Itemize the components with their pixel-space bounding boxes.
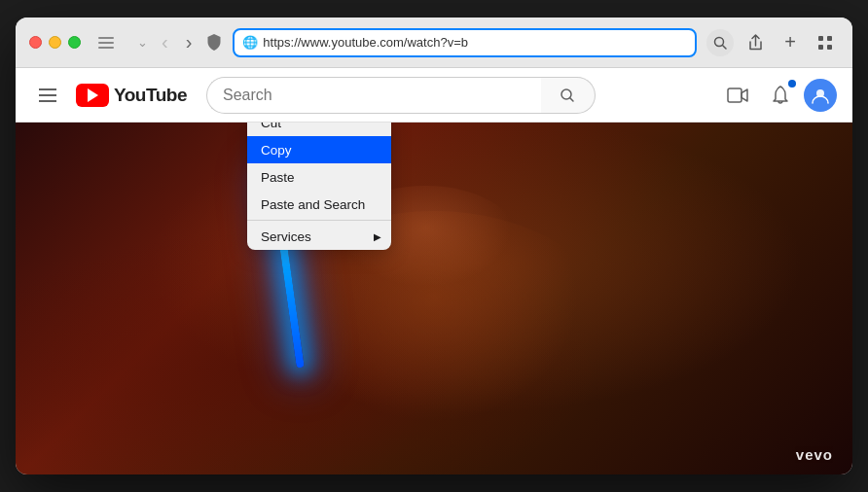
yt-toolbar: YouTube [16,68,852,123]
svg-rect-2 [818,36,823,41]
address-bar-wrapper: 🌐 https://www.youtube.com/watch?v=b [233,28,697,57]
close-button[interactable] [29,36,42,49]
globe-icon: 🌐 [242,35,258,50]
vevo-badge: vevo [796,446,833,463]
context-menu-services[interactable]: Services ▶ [247,223,391,250]
notifications-button[interactable] [761,76,800,115]
svg-rect-4 [818,45,823,50]
youtube-logo-icon [76,84,109,107]
svg-line-7 [570,97,574,101]
search-container [206,77,596,114]
svg-rect-3 [827,36,832,41]
yt-toolbar-right [718,76,837,115]
new-tab-button[interactable]: + [777,29,804,56]
context-menu-cut[interactable]: Cut [247,123,391,136]
sidebar-toggle-button[interactable] [96,35,116,51]
maximize-button[interactable] [68,36,81,49]
content-area: vevo Cut Copy Paste Paste and Search Ser… [16,123,852,474]
context-menu-paste[interactable]: Paste [247,163,391,191]
minimize-button[interactable] [49,36,61,49]
context-menu: Cut Copy Paste Paste and Search Services… [247,123,391,250]
traffic-lights [29,36,81,49]
share-button[interactable] [741,29,769,56]
svg-line-1 [723,45,727,49]
context-menu-paste-search[interactable]: Paste and Search [247,191,391,218]
create-video-button[interactable] [718,76,757,115]
notification-dot [788,80,796,88]
address-bar[interactable]: 🌐 https://www.youtube.com/watch?v=b [233,28,697,57]
browser-window: ⌄ ‹ › 🌐 https://www.youtube.com/watch?v=… [16,18,852,474]
forward-button[interactable]: › [182,27,197,57]
search-input[interactable] [206,77,541,114]
context-menu-separator [247,220,391,221]
chevron-down-icon: ⌄ [137,35,148,50]
url-text: https://www.youtube.com/watch?v=b [263,35,685,50]
svg-rect-8 [728,88,741,102]
youtube-logo[interactable]: YouTube [76,84,187,107]
shield-icon[interactable] [205,33,223,53]
user-avatar[interactable] [804,79,837,112]
hamburger-menu-button[interactable] [31,81,64,110]
back-button[interactable]: ‹ [158,27,172,57]
video-frame: vevo [16,123,852,474]
browser-search-button[interactable] [706,29,734,56]
extensions-button[interactable] [812,29,839,56]
youtube-logo-text: YouTube [114,85,187,106]
context-menu-copy[interactable]: Copy [247,136,391,163]
search-button[interactable] [541,77,596,114]
title-bar: ⌄ ‹ › 🌐 https://www.youtube.com/watch?v=… [16,18,852,68]
title-bar-right: + [706,29,839,56]
svg-rect-5 [827,45,832,50]
submenu-arrow-icon: ▶ [374,231,381,242]
